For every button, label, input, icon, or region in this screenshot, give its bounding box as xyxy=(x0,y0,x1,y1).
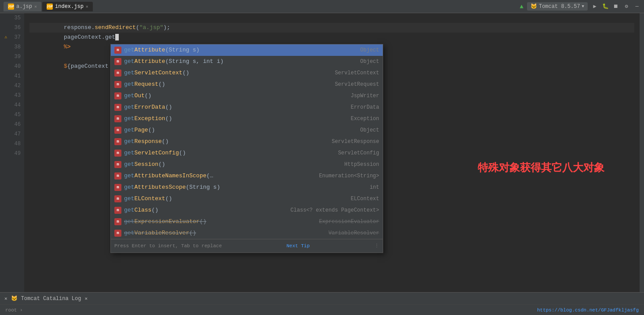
line-num-41: 41 xyxy=(4,71,21,81)
line-num-38: 38 xyxy=(4,42,21,52)
ac-item-2[interactable]: m getServletContext() ServletContext xyxy=(111,67,383,79)
debug-icon[interactable]: 🐛 xyxy=(602,3,609,10)
ac-icon-12: m xyxy=(114,184,121,191)
line-num-48: 48 xyxy=(4,139,21,149)
bottom-panel-label[interactable]: Tomcat Catalina Log xyxy=(21,296,81,302)
scrollbar[interactable] xyxy=(640,13,644,292)
ac-type-12: int xyxy=(309,183,379,192)
line-numbers: 35 36 37 38 39 40 41 42 43 44 45 46 47 4… xyxy=(0,13,24,292)
ac-type-1: Object xyxy=(309,57,379,66)
status-bar: root › https://blog.csdn.net/GFJadfkljas… xyxy=(0,304,644,315)
ac-item-8[interactable]: m getResponse() ServletResponse xyxy=(111,136,383,147)
line-num-36: 36 xyxy=(4,23,21,33)
tab-a-jsp-label: a.jsp xyxy=(16,4,32,10)
tab-a-jsp-close[interactable]: ✕ xyxy=(34,4,37,9)
line-num-49: 49 xyxy=(4,149,21,158)
ac-item-15[interactable]: m getExpressionEvaluator() ExpressionEva… xyxy=(111,216,383,227)
ac-type-11: Enumeration<String> xyxy=(309,171,379,181)
ac-method-8: getResponse() xyxy=(124,137,306,147)
ac-item-6[interactable]: m getException() Exception xyxy=(111,113,383,125)
stop-icon[interactable]: ⏹ xyxy=(612,3,619,10)
tab-index-jsp[interactable]: JSP index.jsp ✕ xyxy=(42,2,93,11)
annotation-text: 特殊对象获得其它八大对象 xyxy=(478,163,604,172)
ac-item-9[interactable]: m getServletConfig() ServletConfig xyxy=(111,147,383,159)
ac-icon-7: m xyxy=(114,127,121,134)
status-url: https://blog.csdn.net/GFJadfkljasfg xyxy=(537,308,639,313)
nav-icon: ▲ xyxy=(520,3,523,10)
ac-type-3: ServletRequest xyxy=(309,80,379,89)
ac-method-4: getOut() xyxy=(124,91,306,101)
ac-icon-1: m xyxy=(114,58,121,65)
tab-index-jsp-close[interactable]: ✕ xyxy=(86,4,88,9)
ac-item-1[interactable]: m getAttribute(String s, int i) Object xyxy=(111,56,383,67)
ac-method-1: getAttribute(String s, int i) xyxy=(124,57,306,66)
ac-icon-3: m xyxy=(114,81,121,88)
autocomplete-dropdown[interactable]: m getAttribute(String s) Object m getAtt… xyxy=(110,44,383,253)
line-num-40: 40 xyxy=(4,62,21,71)
ac-item-14[interactable]: m getClass() Class<? extends PageContext… xyxy=(111,205,383,216)
code-content[interactable]: response.sendRedirect("a.jsp"); pageCont… xyxy=(24,13,640,292)
footer-more-icon[interactable]: ⋮ xyxy=(374,241,379,251)
line-num-46: 46 xyxy=(4,120,21,129)
line-num-42: 42 xyxy=(4,81,21,91)
ac-icon-6: m xyxy=(114,115,121,122)
footer-hint: Press Enter to insert, Tab to replace xyxy=(114,241,222,251)
toolbar-right: ▲ 🐱 Tomcat 8.5.57 ▼ ▶ 🐛 ⏹ ⚙ — xyxy=(520,2,640,11)
ac-method-0: getAttribute(String s) xyxy=(124,45,306,55)
ac-icon-8: m xyxy=(114,138,121,145)
ac-item-3[interactable]: m getRequest() ServletRequest xyxy=(111,79,383,90)
status-left: root › xyxy=(5,308,23,313)
ac-method-12: getAttributesScope(String s) xyxy=(124,183,306,192)
ac-type-6: Exception xyxy=(309,114,379,124)
bottom-panel-tab-close[interactable]: ✕ xyxy=(84,296,88,301)
ac-item-7[interactable]: m getPage() Object xyxy=(111,125,383,136)
editor-area: 35 36 37 38 39 40 41 42 43 44 45 46 47 4… xyxy=(0,13,644,292)
line-num-44: 44 xyxy=(4,100,21,110)
ac-item-13[interactable]: m getELContext() ELContext xyxy=(111,193,383,205)
ac-icon-5: m xyxy=(114,104,121,111)
ac-item-5[interactable]: m getErrorData() ErrorData xyxy=(111,102,383,113)
ac-type-13: ELContext xyxy=(309,194,379,204)
ac-item-4[interactable]: m getOut() JspWriter xyxy=(111,90,383,102)
bottom-panel-close[interactable]: ✕ xyxy=(4,296,7,301)
ac-item-10[interactable]: m getSession() HttpSession xyxy=(111,159,383,170)
ac-item-16[interactable]: m getVariableResolver() VariableResolver xyxy=(111,227,383,239)
ac-type-4: JspWriter xyxy=(309,91,379,101)
ac-icon-2: m xyxy=(114,70,121,77)
ac-item-11[interactable]: m getAttributeNamesInScope(… Enumeration… xyxy=(111,170,383,182)
ac-icon-15: m xyxy=(114,218,121,225)
line-num-37: 37 xyxy=(4,33,21,42)
ac-method-3: getRequest() xyxy=(124,80,306,89)
ac-method-14: getClass() xyxy=(124,205,288,215)
ac-item-0[interactable]: m getAttribute(String s) Object xyxy=(111,44,383,56)
ac-icon-4: m xyxy=(114,92,121,99)
ac-icon-11: m xyxy=(114,172,121,179)
ac-icon-13: m xyxy=(114,195,121,202)
run-icon[interactable]: ▶ xyxy=(591,3,598,10)
tomcat-badge[interactable]: 🐱 Tomcat 8.5.57 ▼ xyxy=(527,2,588,11)
ac-icon-14: m xyxy=(114,207,121,214)
ac-type-8: ServletResponse xyxy=(309,137,379,147)
ac-icon-0: m xyxy=(114,47,121,54)
tab-a-jsp[interactable]: JSP a.jsp ✕ xyxy=(4,2,41,11)
settings-icon[interactable]: ⚙ xyxy=(623,3,630,10)
ac-method-6: getException() xyxy=(124,114,306,124)
ac-item-12[interactable]: m getAttributesScope(String s) int xyxy=(111,182,383,193)
ac-type-9: ServletConfig xyxy=(309,148,379,158)
ac-type-10: HttpSession xyxy=(309,160,379,169)
autocomplete-footer: Press Enter to insert, Tab to replace Ne… xyxy=(111,239,383,253)
bottom-panel: ✕ 🐱 Tomcat Catalina Log ✕ xyxy=(0,292,644,304)
line-num-47: 47 xyxy=(4,129,21,139)
ac-method-9: getServletConfig() xyxy=(124,148,306,158)
ac-method-2: getServletContext() xyxy=(124,68,306,78)
ac-method-10: getSession() xyxy=(124,160,306,169)
ac-method-15: getExpressionEvaluator() xyxy=(124,217,306,227)
ac-method-7: getPage() xyxy=(124,125,306,135)
ac-type-5: ErrorData xyxy=(309,103,379,112)
ac-type-0: Object xyxy=(309,45,379,55)
minimize-icon[interactable]: — xyxy=(633,3,640,10)
ac-method-11: getAttributeNamesInScope(… xyxy=(124,171,306,181)
ac-icon-16: m xyxy=(114,230,121,237)
title-bar: JSP a.jsp ✕ JSP index.jsp ✕ ▲ 🐱 Tomcat 8… xyxy=(0,0,644,13)
next-tip-button[interactable]: Next Tip xyxy=(286,241,310,251)
